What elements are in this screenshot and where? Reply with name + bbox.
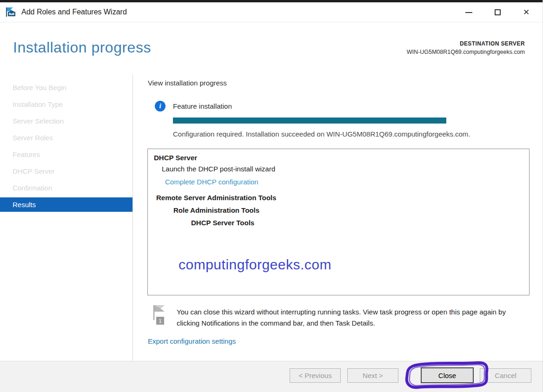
result-item-dhcp-server-tools: DHCP Server Tools [191,219,254,227]
installation-progress-bar [173,118,446,124]
sidebar-item-dhcp-server: DHCP Server [0,163,132,179]
next-button[interactable]: Next > [347,368,398,383]
destination-server-block: DESTINATION SERVER WIN-UG5M08R1Q69.compu… [407,40,525,55]
result-item-dhcp-server: DHCP Server [154,154,197,162]
section-title: View installation progress [148,79,227,87]
close-button[interactable]: Close [421,367,474,383]
installation-results-box: DHCP Server Launch the DHCP post-install… [147,149,530,295]
feature-installation-label: Feature installation [173,102,232,110]
wizard-steps-sidebar: Before You Begin Installation Type Serve… [0,79,132,213]
sidebar-item-server-roles: Server Roles [0,129,132,146]
result-item-post-install-wizard: Launch the DHCP post-install wizard [162,165,275,173]
window-title: Add Roles and Features Wizard [21,8,127,16]
sidebar-item-installation-type: Installation Type [0,96,132,112]
sidebar-item-before-you-begin: Before You Begin [0,79,132,96]
complete-dhcp-configuration-link[interactable]: Complete DHCP configuration [165,178,258,186]
server-manager-icon [6,7,17,17]
sidebar-item-features: Features [0,146,132,163]
destination-server-label: DESTINATION SERVER [407,40,525,47]
notification-count-badge: 1 [156,317,164,325]
previous-button[interactable]: < Previous [290,368,341,383]
sidebar-item-confirmation: Confirmation [0,179,132,196]
maximize-icon [495,9,501,15]
export-configuration-settings-link[interactable]: Export configuration settings [148,337,236,345]
destination-server-name: WIN-UG5M08R1Q69.computingforgeeks.com [407,49,525,55]
minimize-button[interactable] [454,2,483,22]
wizard-window: Add Roles and Features Wizard ✕ Installa… [0,0,543,392]
sidebar-item-server-selection: Server Selection [0,112,132,129]
sidebar-item-results[interactable]: Results [0,197,132,212]
result-item-remote-server-admin-tools: Remote Server Administration Tools [156,194,276,202]
close-icon: ✕ [523,7,530,17]
installation-status-text: Configuration required. Installation suc… [173,130,470,138]
cancel-button[interactable]: Cancel [480,368,531,383]
result-item-role-admin-tools: Role Administration Tools [173,206,259,214]
window-controls: ✕ [454,2,541,22]
site-watermark: computingforgeeks.com [179,257,331,273]
minimize-icon [465,12,472,13]
wizard-note-text: You can close this wizard without interr… [177,307,528,329]
title-bar: Add Roles and Features Wizard ✕ [0,2,543,22]
info-icon: i [155,101,166,111]
close-window-button[interactable]: ✕ [512,2,541,22]
maximize-button[interactable] [483,2,512,22]
sidebar-divider [132,74,133,361]
page-title: Installation progress [13,39,151,56]
progress-bar-fill [173,118,446,124]
